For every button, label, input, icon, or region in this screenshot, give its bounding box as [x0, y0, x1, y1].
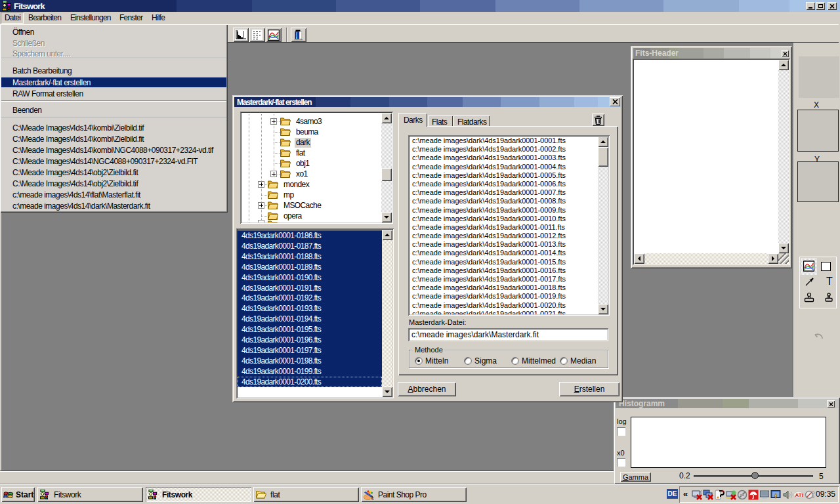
svg-text:ATI: ATI [795, 492, 803, 498]
svg-text:6: 6 [371, 496, 374, 500]
